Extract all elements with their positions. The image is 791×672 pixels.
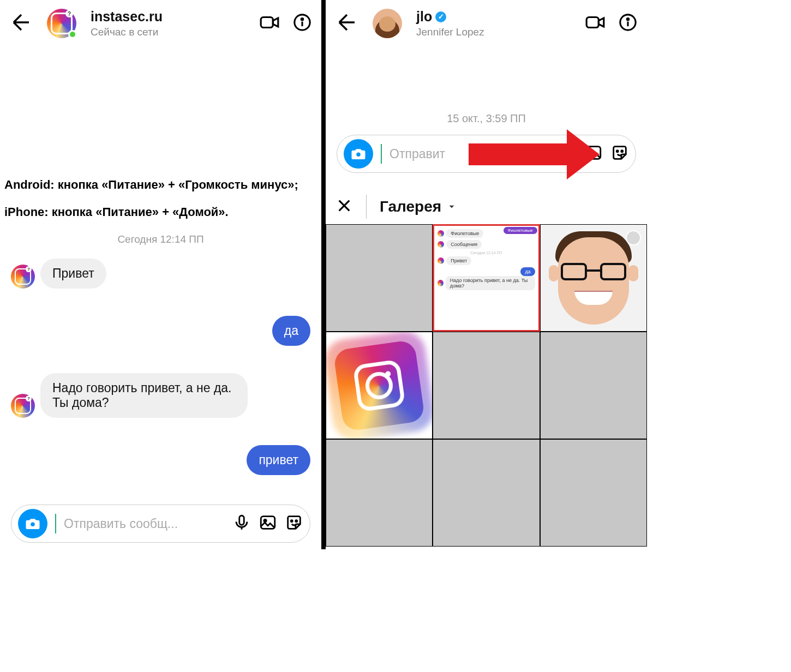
message-in[interactable]: ? Привет [0,259,321,289]
gallery-tile[interactable] [540,224,647,332]
dm-header: jlo ✓ Jennifer Lopez [326,0,647,47]
verified-badge-icon: ✓ [435,11,446,22]
gallery-tile[interactable] [540,332,647,439]
message-bubble: Привет [40,259,106,289]
mini-msg: Сообщения [446,240,482,249]
sticker-icon[interactable] [610,143,629,164]
mini-msg: Привет [446,256,471,265]
svg-point-6 [264,519,266,521]
svg-point-3 [31,523,35,527]
pane-divider [321,0,326,549]
chevron-down-icon [447,198,457,215]
selection-ring-icon[interactable] [626,230,641,245]
svg-point-12 [356,153,361,157]
mini-timestamp: Сегодня 12:14 ПП [438,251,535,255]
gallery-source-dropdown[interactable]: Галерея [380,198,457,215]
instruction-text: Android: кнопка «Питание» + «Громкость м… [0,178,321,219]
back-arrow-icon[interactable] [335,11,358,36]
mini-badge: Фиолетовые [504,227,537,234]
mini-msg: Фиолетовые [446,229,483,238]
online-status-dot [68,30,77,39]
message-bubble: да [272,316,310,346]
video-call-icon[interactable] [585,12,606,35]
message-avatar: ? [11,265,35,289]
message-composer[interactable]: Отправить сообщ... [11,505,310,543]
left-chat-pane: ? instasec.ru Сейчас в сети [0,0,321,549]
message-avatar: ? [11,394,35,418]
text-cursor [55,514,56,533]
gallery-tile[interactable] [433,439,540,547]
right-chat-pane: jlo ✓ Jennifer Lopez 15 окт., 3 [326,0,647,549]
svg-point-11 [627,19,628,20]
composer-placeholder[interactable]: Отправить сообщ... [64,517,225,531]
message-out[interactable]: привет [0,445,321,475]
image-icon[interactable] [259,513,277,534]
svg-point-16 [621,151,623,152]
svg-rect-0 [261,17,273,28]
gallery-tile-selected[interactable]: Фиолетовые Фиолетовые Сообщения Сегодня … [433,224,540,332]
message-in[interactable]: ? Надо говорить привет, а не да. Ты дома… [0,373,321,418]
svg-rect-4 [239,515,244,525]
gallery-grid: Фиолетовые Фиолетовые Сообщения Сегодня … [326,224,647,547]
separator [366,195,367,219]
chat-timestamp: 15 окт., 3:59 ПП [326,112,647,125]
message-bubble: Надо говорить привет, а не да. Ты дома? [40,373,248,418]
close-icon[interactable] [335,197,353,217]
sticker-icon[interactable] [285,513,303,534]
svg-point-2 [301,19,303,20]
info-icon[interactable] [293,13,311,34]
gallery-header: Галерея [326,195,647,219]
chat-avatar[interactable]: ? [47,9,76,38]
gallery-tile[interactable] [326,439,433,547]
svg-rect-9 [586,17,598,28]
svg-point-7 [291,520,292,522]
gallery-tile[interactable] [326,224,433,332]
gallery-title-text: Галерея [380,198,441,215]
annotation-arrow [469,135,600,173]
svg-point-8 [296,520,297,522]
instruction-line-android: Android: кнопка «Питание» + «Громкость м… [4,178,317,192]
chat-timestamp: Сегодня 12:14 ПП [0,233,321,245]
message-out[interactable]: да [0,316,321,346]
video-call-icon[interactable] [259,12,280,35]
username-text: jlo [416,9,432,25]
instruction-line-iphone: iPhone: кнопка «Питание» + «Домой». [4,205,317,219]
chat-avatar[interactable] [373,9,402,38]
info-icon[interactable] [619,13,637,34]
camera-button[interactable] [344,139,373,169]
camera-button[interactable] [18,509,47,538]
chat-username[interactable]: jlo ✓ [416,9,578,25]
text-cursor [381,144,382,164]
chat-subtitle: Jennifer Lopez [416,26,578,38]
message-bubble: привет [247,445,310,475]
back-arrow-icon[interactable] [10,11,33,36]
mini-msg: Надо говорить привет, а не да. Ты дома? [446,276,535,290]
dm-header: ? instasec.ru Сейчас в сети [0,0,321,47]
gallery-tile[interactable] [433,332,540,439]
mini-msg: да [520,267,535,276]
chat-username[interactable]: instasec.ru [91,9,253,25]
chat-status: Сейчас в сети [91,26,253,38]
svg-point-15 [616,151,618,152]
microphone-icon[interactable] [232,513,251,534]
gallery-tile[interactable] [540,439,647,547]
gallery-tile[interactable] [326,332,433,439]
